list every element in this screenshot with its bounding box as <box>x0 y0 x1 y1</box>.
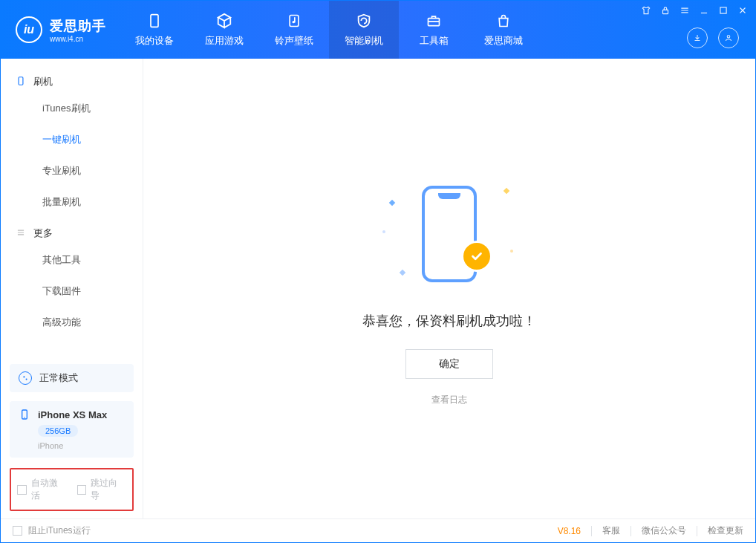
body: 刷机 iTunes刷机 一键刷机 专业刷机 批量刷机 更多 其他工具 下载固件 … <box>1 59 755 518</box>
success-check-badge <box>461 241 492 272</box>
device-card[interactable]: iPhone XS Max 256GB iPhone <box>10 401 134 458</box>
auto-activate-label: 自动激活 <box>31 477 67 502</box>
tab-label: 智能刷机 <box>345 34 383 48</box>
checkbox-icon <box>77 485 87 495</box>
cube-icon <box>215 12 233 30</box>
checkbox-icon <box>17 485 27 495</box>
svg-point-11 <box>24 417 25 417</box>
dot-icon <box>382 230 385 233</box>
status-left: 阻止iTunes运行 <box>13 524 91 537</box>
nav-other-tools[interactable]: 其他工具 <box>1 244 143 276</box>
checkbox-skip-guide[interactable]: 跳过向导 <box>77 477 127 502</box>
tshirt-icon[interactable] <box>641 5 651 16</box>
success-illustration <box>368 171 531 297</box>
logo-icon: iu <box>16 16 42 43</box>
svg-rect-0 <box>151 15 158 27</box>
nav-advanced[interactable]: 高级功能 <box>1 307 143 338</box>
nav-one-click-flash[interactable]: 一键刷机 <box>1 124 143 155</box>
phone-icon <box>146 12 163 30</box>
nav-pro-flash[interactable]: 专业刷机 <box>1 155 143 186</box>
window-controls <box>641 5 748 16</box>
lock-icon[interactable] <box>660 5 671 16</box>
tab-ringtones-wallpapers[interactable]: 铃声壁纸 <box>259 1 329 59</box>
divider <box>630 526 631 536</box>
options-highlight-box: 自动激活 跳过向导 <box>10 468 134 511</box>
svg-rect-5 <box>720 7 726 13</box>
sparkle-icon <box>389 200 395 206</box>
dot-icon <box>510 250 513 253</box>
nav-batch-flash[interactable]: 批量刷机 <box>1 186 143 218</box>
phone-outline-icon <box>16 76 26 88</box>
mode-label: 正常模式 <box>39 371 78 385</box>
tab-my-device[interactable]: 我的设备 <box>120 1 189 59</box>
logo-text: 爱思助手 www.i4.cn <box>50 17 106 43</box>
tab-label: 铃声壁纸 <box>275 34 313 48</box>
status-bar: 阻止iTunes运行 V8.16 客服 微信公众号 检查更新 <box>1 518 755 542</box>
status-right: V8.16 客服 微信公众号 检查更新 <box>558 524 743 537</box>
nav-itunes-flash[interactable]: iTunes刷机 <box>1 93 143 124</box>
tab-store[interactable]: 爱思商城 <box>469 1 538 59</box>
device-phone-icon <box>19 409 30 420</box>
checkbox-icon <box>13 526 22 536</box>
music-note-icon <box>285 12 303 30</box>
tab-toolbox[interactable]: 工具箱 <box>399 1 469 59</box>
checkbox-auto-activate[interactable]: 自动激活 <box>17 477 67 502</box>
sparkle-icon <box>400 270 405 276</box>
tab-label: 工具箱 <box>420 34 449 48</box>
tab-apps-games[interactable]: 应用游戏 <box>189 1 259 59</box>
sidebar: 刷机 iTunes刷机 一键刷机 专业刷机 批量刷机 更多 其他工具 下载固件 … <box>1 59 143 518</box>
svg-rect-7 <box>19 77 23 85</box>
close-icon[interactable] <box>737 5 748 16</box>
divider <box>697 526 697 536</box>
device-name: iPhone XS Max <box>38 409 107 420</box>
app-window: iu 爱思助手 www.i4.cn 我的设备 应用游戏 <box>0 0 756 543</box>
result-panel: 恭喜您，保资料刷机成功啦！ 确定 查看日志 <box>362 171 536 406</box>
list-icon <box>16 227 26 240</box>
skip-guide-label: 跳过向导 <box>91 477 126 502</box>
brand-name: 爱思助手 <box>50 17 106 35</box>
version-label: V8.16 <box>558 526 581 536</box>
refresh-shield-icon <box>355 12 373 30</box>
main-content: 恭喜您，保资料刷机成功啦！ 确定 查看日志 <box>143 59 755 518</box>
tab-label: 爱思商城 <box>484 34 523 48</box>
divider <box>591 526 592 536</box>
tab-smart-flash[interactable]: 智能刷机 <box>329 1 399 59</box>
normal-mode-icon <box>19 371 32 385</box>
tab-label: 应用游戏 <box>205 34 244 48</box>
minimize-icon[interactable] <box>699 5 709 16</box>
mode-card[interactable]: 正常模式 <box>10 364 134 392</box>
svg-point-2 <box>293 21 295 23</box>
section-more-label: 更多 <box>33 227 53 240</box>
header-tabs: 我的设备 应用游戏 铃声壁纸 智能刷机 <box>120 1 538 59</box>
user-account-button[interactable] <box>718 27 739 48</box>
view-log-link[interactable]: 查看日志 <box>431 394 467 405</box>
section-more-header: 更多 <box>1 218 143 244</box>
wechat-link[interactable]: 微信公众号 <box>642 524 686 537</box>
device-type: iPhone <box>38 441 125 450</box>
logo-block: iu 爱思助手 www.i4.cn <box>1 1 120 59</box>
section-flash-label: 刷机 <box>33 75 53 88</box>
section-flash-header: 刷机 <box>1 66 143 93</box>
svg-point-6 <box>727 36 730 39</box>
success-message: 恭喜您，保资料刷机成功啦！ <box>362 312 536 330</box>
nav-download-firmware[interactable]: 下载固件 <box>1 276 143 307</box>
tab-label: 我的设备 <box>135 34 174 48</box>
download-button[interactable] <box>687 27 708 48</box>
sparkle-icon <box>504 188 509 194</box>
toolbox-icon <box>425 12 443 30</box>
checkbox-block-itunes[interactable]: 阻止iTunes运行 <box>13 524 91 537</box>
header-circle-buttons <box>687 27 739 48</box>
svg-point-9 <box>26 379 27 380</box>
maximize-icon[interactable] <box>718 5 729 16</box>
support-link[interactable]: 客服 <box>602 524 620 537</box>
svg-rect-4 <box>663 10 668 13</box>
svg-point-8 <box>23 376 25 377</box>
shopping-bag-icon <box>495 12 512 30</box>
ok-button[interactable]: 确定 <box>405 349 493 379</box>
block-itunes-label: 阻止iTunes运行 <box>28 524 91 537</box>
menu-icon[interactable] <box>680 5 690 16</box>
device-storage: 256GB <box>38 425 78 437</box>
header: iu 爱思助手 www.i4.cn 我的设备 应用游戏 <box>1 1 755 59</box>
check-update-link[interactable]: 检查更新 <box>708 524 743 537</box>
brand-url: www.i4.cn <box>50 35 106 43</box>
